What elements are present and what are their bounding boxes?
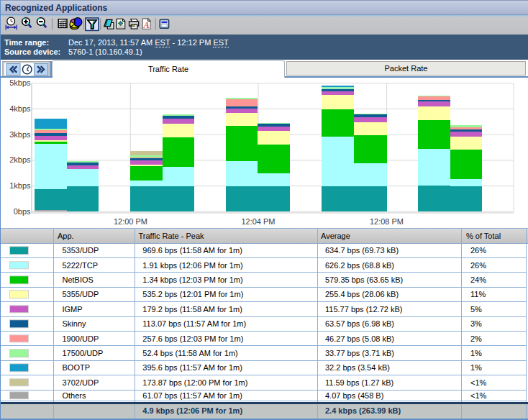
svg-text:0bps: 0bps: [14, 207, 31, 216]
svg-text:1kbps: 1kbps: [9, 181, 31, 190]
svg-text:2kbps: 2kbps: [9, 155, 31, 164]
svg-text:4kbps: 4kbps: [9, 104, 31, 113]
svg-text:3kbps: 3kbps: [9, 130, 31, 139]
svg-text:12:04 PM: 12:04 PM: [241, 217, 275, 226]
svg-text:12:08 PM: 12:08 PM: [370, 217, 404, 226]
svg-text:A: A: [143, 20, 150, 30]
svg-text:12:00 PM: 12:00 PM: [114, 217, 147, 226]
svg-text:5kbps: 5kbps: [9, 78, 31, 87]
